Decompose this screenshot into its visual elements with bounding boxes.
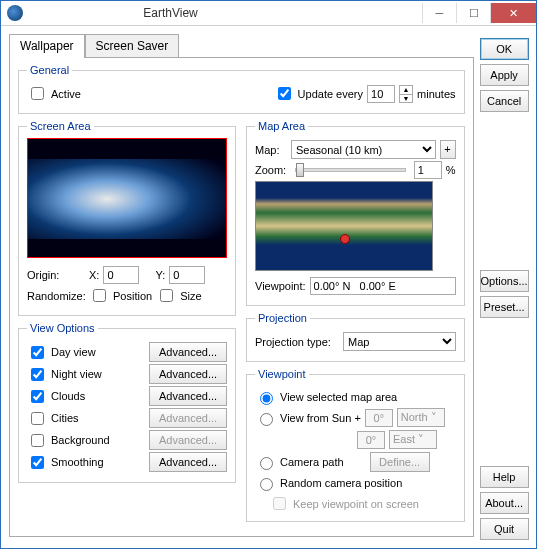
quit-button[interactable]: Quit bbox=[480, 518, 529, 540]
night-view-checkbox[interactable]: Night view bbox=[27, 365, 102, 384]
tabs: Wallpaper Screen Saver General Active Up… bbox=[9, 34, 474, 537]
map-marker-icon bbox=[340, 234, 350, 244]
sun-deg2: 0° bbox=[357, 431, 385, 449]
day-view-advanced-button[interactable]: Advanced... bbox=[149, 342, 227, 362]
active-checkbox[interactable]: Active bbox=[27, 84, 81, 103]
cancel-button[interactable]: Cancel bbox=[480, 90, 529, 112]
screen-area-group: Screen Area Origin: X: Y: bbox=[18, 120, 236, 316]
projection-group: Projection Projection type: Map bbox=[246, 312, 465, 362]
night-view-advanced-button[interactable]: Advanced... bbox=[149, 364, 227, 384]
north-select: North ˅ bbox=[397, 408, 445, 427]
general-legend: General bbox=[27, 64, 72, 76]
screen-preview[interactable] bbox=[27, 138, 227, 258]
zoom-pct-label: % bbox=[446, 164, 456, 176]
cities-checkbox[interactable]: Cities bbox=[27, 409, 79, 428]
map-select[interactable]: Seasonal (10 km) bbox=[291, 140, 436, 159]
viewpoint-input[interactable] bbox=[310, 277, 456, 295]
update-every-checkbox[interactable]: Update every bbox=[274, 84, 363, 103]
smoothing-checkbox[interactable]: Smoothing bbox=[27, 453, 104, 472]
ok-button[interactable]: OK bbox=[480, 38, 529, 60]
smoothing-advanced-button[interactable]: Advanced... bbox=[149, 452, 227, 472]
map-preview[interactable] bbox=[255, 181, 433, 271]
origin-y-input[interactable] bbox=[169, 266, 205, 284]
zoom-input[interactable] bbox=[414, 161, 442, 179]
window: EarthView ─ ☐ ✕ Wallpaper Screen Saver G… bbox=[0, 0, 537, 549]
camera-path-radio[interactable]: Camera path bbox=[255, 454, 344, 470]
map-area-legend: Map Area bbox=[255, 120, 308, 132]
content: Wallpaper Screen Saver General Active Up… bbox=[1, 26, 536, 548]
randomize-label: Randomize: bbox=[27, 290, 85, 302]
randomize-size-checkbox[interactable]: Size bbox=[156, 286, 201, 305]
map-label: Map: bbox=[255, 144, 287, 156]
viewpoint-label: Viewpoint: bbox=[255, 280, 306, 292]
clouds-checkbox[interactable]: Clouds bbox=[27, 387, 85, 406]
projection-type-label: Projection type: bbox=[255, 336, 339, 348]
about-button[interactable]: About... bbox=[480, 492, 529, 514]
viewpoint-legend: Viewpoint bbox=[255, 368, 309, 380]
titlebar: EarthView ─ ☐ ✕ bbox=[1, 1, 536, 26]
x-label: X: bbox=[89, 269, 99, 281]
preset-button[interactable]: Preset... bbox=[480, 296, 529, 318]
tab-body: General Active Update every ▲▼ minute bbox=[9, 57, 474, 537]
options-button[interactable]: Options... bbox=[480, 270, 529, 292]
tab-screensaver[interactable]: Screen Saver bbox=[85, 34, 180, 58]
keep-viewpoint-checkbox: Keep viewpoint on screen bbox=[255, 494, 456, 513]
zoom-label: Zoom: bbox=[255, 164, 287, 176]
window-title: EarthView bbox=[29, 6, 312, 20]
origin-label: Origin: bbox=[27, 269, 85, 281]
cities-advanced-button: Advanced... bbox=[149, 408, 227, 428]
projection-legend: Projection bbox=[255, 312, 310, 324]
projection-type-select[interactable]: Map bbox=[343, 332, 456, 351]
tab-wallpaper[interactable]: Wallpaper bbox=[9, 34, 85, 58]
close-button[interactable]: ✕ bbox=[490, 3, 536, 23]
define-button: Define... bbox=[370, 452, 430, 472]
maximize-button[interactable]: ☐ bbox=[456, 3, 490, 23]
y-label: Y: bbox=[155, 269, 165, 281]
main-panel: Wallpaper Screen Saver General Active Up… bbox=[9, 34, 474, 540]
minimize-button[interactable]: ─ bbox=[422, 3, 456, 23]
side-buttons: OK Apply Cancel Options... Preset... Hel… bbox=[480, 34, 529, 540]
randomize-position-checkbox[interactable]: Position bbox=[89, 286, 152, 305]
view-options-group: View Options Day viewAdvanced... Night v… bbox=[18, 322, 236, 483]
minutes-label: minutes bbox=[417, 88, 456, 100]
map-add-button[interactable]: + bbox=[440, 140, 456, 159]
window-controls: ─ ☐ ✕ bbox=[422, 3, 536, 23]
general-group: General Active Update every ▲▼ minute bbox=[18, 64, 465, 114]
zoom-slider[interactable] bbox=[295, 168, 406, 172]
help-button[interactable]: Help bbox=[480, 466, 529, 488]
background-checkbox[interactable]: Background bbox=[27, 431, 110, 450]
clouds-advanced-button[interactable]: Advanced... bbox=[149, 386, 227, 406]
background-advanced-button: Advanced... bbox=[149, 430, 227, 450]
view-options-legend: View Options bbox=[27, 322, 98, 334]
random-camera-radio[interactable]: Random camera position bbox=[255, 475, 456, 491]
apply-button[interactable]: Apply bbox=[480, 64, 529, 86]
viewpoint-group: Viewpoint View selected map area View fr… bbox=[246, 368, 465, 522]
view-from-sun-radio[interactable]: View from Sun + bbox=[255, 410, 361, 426]
east-select: East ˅ bbox=[389, 430, 437, 449]
update-spinner[interactable]: ▲▼ bbox=[399, 85, 413, 103]
update-interval-input[interactable] bbox=[367, 85, 395, 103]
day-view-checkbox[interactable]: Day view bbox=[27, 343, 96, 362]
app-icon bbox=[7, 5, 23, 21]
sun-deg1: 0° bbox=[365, 409, 393, 427]
origin-x-input[interactable] bbox=[103, 266, 139, 284]
view-selected-map-radio[interactable]: View selected map area bbox=[255, 389, 456, 405]
map-area-group: Map Area Map: Seasonal (10 km) + Zoom: bbox=[246, 120, 465, 306]
screen-area-legend: Screen Area bbox=[27, 120, 94, 132]
